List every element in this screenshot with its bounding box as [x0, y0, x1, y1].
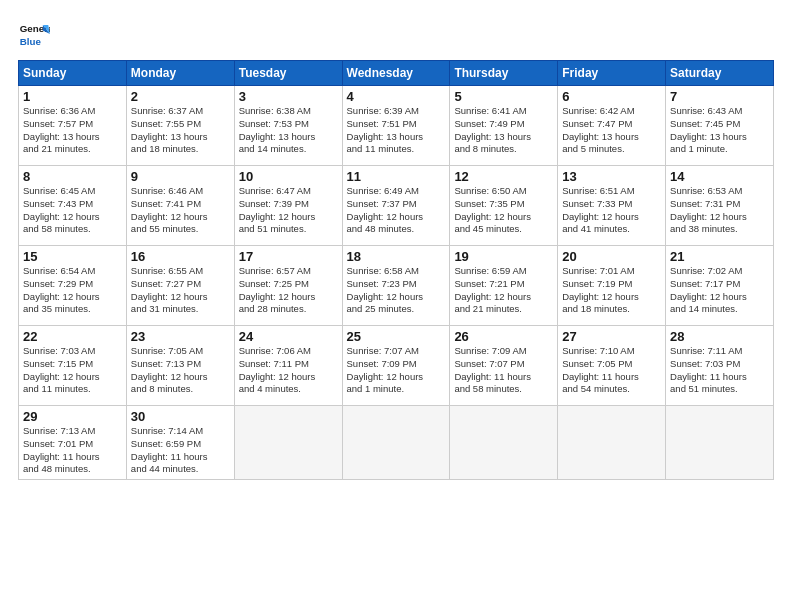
day-number: 7	[670, 89, 769, 104]
day-info: Sunrise: 7:13 AM Sunset: 7:01 PM Dayligh…	[23, 425, 122, 476]
day-info: Sunrise: 7:06 AM Sunset: 7:11 PM Dayligh…	[239, 345, 338, 396]
logo: General Blue	[18, 18, 50, 50]
day-info: Sunrise: 6:46 AM Sunset: 7:41 PM Dayligh…	[131, 185, 230, 236]
day-number: 23	[131, 329, 230, 344]
day-number: 14	[670, 169, 769, 184]
day-info: Sunrise: 6:53 AM Sunset: 7:31 PM Dayligh…	[670, 185, 769, 236]
day-info: Sunrise: 6:50 AM Sunset: 7:35 PM Dayligh…	[454, 185, 553, 236]
day-cell	[450, 406, 558, 480]
week-row-3: 15Sunrise: 6:54 AM Sunset: 7:29 PM Dayli…	[19, 246, 774, 326]
day-number: 15	[23, 249, 122, 264]
day-number: 26	[454, 329, 553, 344]
day-cell: 1Sunrise: 6:36 AM Sunset: 7:57 PM Daylig…	[19, 86, 127, 166]
day-cell: 17Sunrise: 6:57 AM Sunset: 7:25 PM Dayli…	[234, 246, 342, 326]
day-number: 6	[562, 89, 661, 104]
col-header-wednesday: Wednesday	[342, 61, 450, 86]
col-header-thursday: Thursday	[450, 61, 558, 86]
day-cell: 24Sunrise: 7:06 AM Sunset: 7:11 PM Dayli…	[234, 326, 342, 406]
column-headers: SundayMondayTuesdayWednesdayThursdayFrid…	[19, 61, 774, 86]
day-cell: 3Sunrise: 6:38 AM Sunset: 7:53 PM Daylig…	[234, 86, 342, 166]
day-cell: 30Sunrise: 7:14 AM Sunset: 6:59 PM Dayli…	[126, 406, 234, 480]
day-number: 29	[23, 409, 122, 424]
day-number: 21	[670, 249, 769, 264]
day-cell: 16Sunrise: 6:55 AM Sunset: 7:27 PM Dayli…	[126, 246, 234, 326]
day-number: 5	[454, 89, 553, 104]
day-info: Sunrise: 6:59 AM Sunset: 7:21 PM Dayligh…	[454, 265, 553, 316]
day-info: Sunrise: 6:47 AM Sunset: 7:39 PM Dayligh…	[239, 185, 338, 236]
day-number: 16	[131, 249, 230, 264]
day-cell: 8Sunrise: 6:45 AM Sunset: 7:43 PM Daylig…	[19, 166, 127, 246]
day-info: Sunrise: 6:54 AM Sunset: 7:29 PM Dayligh…	[23, 265, 122, 316]
day-number: 11	[347, 169, 446, 184]
day-cell: 20Sunrise: 7:01 AM Sunset: 7:19 PM Dayli…	[558, 246, 666, 326]
day-cell: 18Sunrise: 6:58 AM Sunset: 7:23 PM Dayli…	[342, 246, 450, 326]
day-number: 12	[454, 169, 553, 184]
day-info: Sunrise: 7:11 AM Sunset: 7:03 PM Dayligh…	[670, 345, 769, 396]
week-row-2: 8Sunrise: 6:45 AM Sunset: 7:43 PM Daylig…	[19, 166, 774, 246]
day-cell: 9Sunrise: 6:46 AM Sunset: 7:41 PM Daylig…	[126, 166, 234, 246]
day-cell: 2Sunrise: 6:37 AM Sunset: 7:55 PM Daylig…	[126, 86, 234, 166]
day-info: Sunrise: 6:37 AM Sunset: 7:55 PM Dayligh…	[131, 105, 230, 156]
day-info: Sunrise: 6:58 AM Sunset: 7:23 PM Dayligh…	[347, 265, 446, 316]
day-cell: 19Sunrise: 6:59 AM Sunset: 7:21 PM Dayli…	[450, 246, 558, 326]
day-info: Sunrise: 6:51 AM Sunset: 7:33 PM Dayligh…	[562, 185, 661, 236]
day-info: Sunrise: 6:36 AM Sunset: 7:57 PM Dayligh…	[23, 105, 122, 156]
day-number: 30	[131, 409, 230, 424]
day-number: 4	[347, 89, 446, 104]
day-cell: 15Sunrise: 6:54 AM Sunset: 7:29 PM Dayli…	[19, 246, 127, 326]
day-number: 25	[347, 329, 446, 344]
svg-text:Blue: Blue	[20, 36, 42, 47]
day-info: Sunrise: 6:38 AM Sunset: 7:53 PM Dayligh…	[239, 105, 338, 156]
day-number: 8	[23, 169, 122, 184]
day-cell: 4Sunrise: 6:39 AM Sunset: 7:51 PM Daylig…	[342, 86, 450, 166]
col-header-friday: Friday	[558, 61, 666, 86]
week-row-4: 22Sunrise: 7:03 AM Sunset: 7:15 PM Dayli…	[19, 326, 774, 406]
day-cell	[558, 406, 666, 480]
day-number: 10	[239, 169, 338, 184]
day-number: 27	[562, 329, 661, 344]
day-info: Sunrise: 7:02 AM Sunset: 7:17 PM Dayligh…	[670, 265, 769, 316]
day-info: Sunrise: 6:39 AM Sunset: 7:51 PM Dayligh…	[347, 105, 446, 156]
day-cell: 14Sunrise: 6:53 AM Sunset: 7:31 PM Dayli…	[666, 166, 774, 246]
day-info: Sunrise: 6:55 AM Sunset: 7:27 PM Dayligh…	[131, 265, 230, 316]
day-info: Sunrise: 6:57 AM Sunset: 7:25 PM Dayligh…	[239, 265, 338, 316]
header: General Blue	[18, 18, 774, 50]
day-number: 17	[239, 249, 338, 264]
day-number: 22	[23, 329, 122, 344]
day-number: 18	[347, 249, 446, 264]
day-info: Sunrise: 7:14 AM Sunset: 6:59 PM Dayligh…	[131, 425, 230, 476]
day-cell: 26Sunrise: 7:09 AM Sunset: 7:07 PM Dayli…	[450, 326, 558, 406]
day-cell: 21Sunrise: 7:02 AM Sunset: 7:17 PM Dayli…	[666, 246, 774, 326]
col-header-saturday: Saturday	[666, 61, 774, 86]
day-number: 20	[562, 249, 661, 264]
day-cell	[342, 406, 450, 480]
day-info: Sunrise: 7:03 AM Sunset: 7:15 PM Dayligh…	[23, 345, 122, 396]
col-header-tuesday: Tuesday	[234, 61, 342, 86]
calendar-table: SundayMondayTuesdayWednesdayThursdayFrid…	[18, 60, 774, 480]
day-number: 2	[131, 89, 230, 104]
day-info: Sunrise: 7:10 AM Sunset: 7:05 PM Dayligh…	[562, 345, 661, 396]
day-info: Sunrise: 6:42 AM Sunset: 7:47 PM Dayligh…	[562, 105, 661, 156]
day-number: 3	[239, 89, 338, 104]
day-info: Sunrise: 7:05 AM Sunset: 7:13 PM Dayligh…	[131, 345, 230, 396]
day-cell	[666, 406, 774, 480]
week-row-1: 1Sunrise: 6:36 AM Sunset: 7:57 PM Daylig…	[19, 86, 774, 166]
day-info: Sunrise: 6:49 AM Sunset: 7:37 PM Dayligh…	[347, 185, 446, 236]
day-info: Sunrise: 7:01 AM Sunset: 7:19 PM Dayligh…	[562, 265, 661, 316]
day-number: 1	[23, 89, 122, 104]
col-header-monday: Monday	[126, 61, 234, 86]
day-info: Sunrise: 7:09 AM Sunset: 7:07 PM Dayligh…	[454, 345, 553, 396]
page: General Blue SundayMondayTuesdayWednesda…	[0, 0, 792, 490]
logo-icon: General Blue	[18, 18, 50, 50]
day-info: Sunrise: 6:45 AM Sunset: 7:43 PM Dayligh…	[23, 185, 122, 236]
week-row-5: 29Sunrise: 7:13 AM Sunset: 7:01 PM Dayli…	[19, 406, 774, 480]
day-cell: 29Sunrise: 7:13 AM Sunset: 7:01 PM Dayli…	[19, 406, 127, 480]
day-number: 28	[670, 329, 769, 344]
day-number: 24	[239, 329, 338, 344]
day-cell: 5Sunrise: 6:41 AM Sunset: 7:49 PM Daylig…	[450, 86, 558, 166]
calendar-body: 1Sunrise: 6:36 AM Sunset: 7:57 PM Daylig…	[19, 86, 774, 480]
day-cell: 11Sunrise: 6:49 AM Sunset: 7:37 PM Dayli…	[342, 166, 450, 246]
day-cell: 28Sunrise: 7:11 AM Sunset: 7:03 PM Dayli…	[666, 326, 774, 406]
day-cell: 10Sunrise: 6:47 AM Sunset: 7:39 PM Dayli…	[234, 166, 342, 246]
day-cell: 13Sunrise: 6:51 AM Sunset: 7:33 PM Dayli…	[558, 166, 666, 246]
